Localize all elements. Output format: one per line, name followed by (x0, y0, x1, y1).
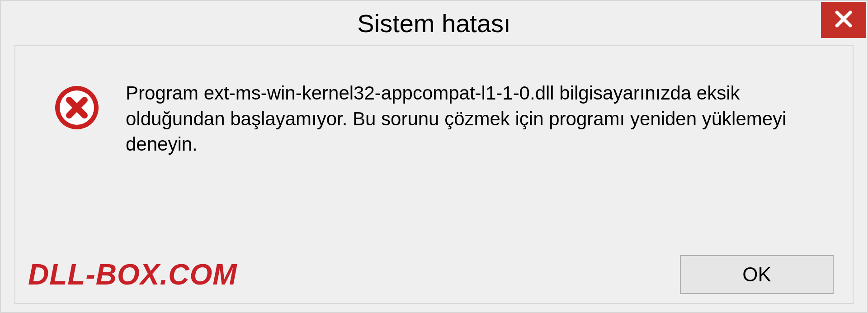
system-error-dialog: Sistem hatası Program ext-ms-win-kernel3… (0, 0, 868, 313)
error-message: Program ext-ms-win-kernel32-appcompat-l1… (126, 81, 826, 157)
close-icon (834, 9, 854, 31)
titlebar: Sistem hatası (1, 1, 867, 45)
content-row: Program ext-ms-win-kernel32-appcompat-l1… (15, 46, 853, 157)
dialog-title: Sistem hatası (357, 9, 510, 38)
ok-button[interactable]: OK (680, 255, 834, 294)
ok-button-label: OK (742, 263, 771, 286)
watermark-text: DLL-BOX.COM (28, 258, 237, 291)
close-button[interactable] (821, 2, 866, 38)
footer-row: DLL-BOX.COM OK (15, 255, 853, 294)
error-icon (54, 85, 99, 130)
dialog-body: Program ext-ms-win-kernel32-appcompat-l1… (14, 45, 854, 304)
